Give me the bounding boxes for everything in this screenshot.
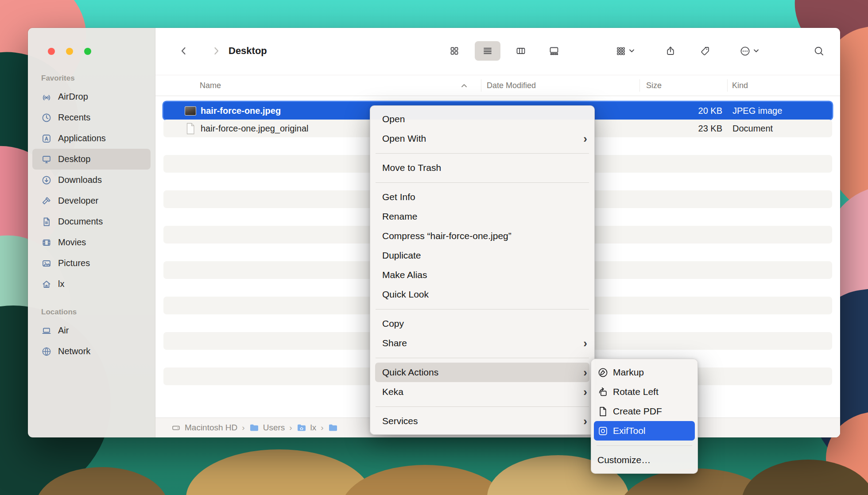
column-view-button[interactable] [508, 41, 534, 61]
menu-item-get-info[interactable]: Get Info [370, 187, 594, 207]
menu-item-open-with[interactable]: Open With› [370, 129, 594, 148]
path-item-users[interactable]: Users [249, 423, 285, 433]
sidebar-item-lx[interactable]: lx [32, 274, 151, 294]
folder-icon [249, 424, 259, 432]
toolbar: Desktop [155, 28, 840, 74]
path-item-macintosh-hd[interactable]: Macintosh HD [171, 423, 237, 433]
sidebar-item-label: Pictures [58, 258, 90, 268]
column-header-size[interactable]: Size [646, 75, 662, 96]
sidebar-section-title: Favorites [28, 74, 155, 86]
submenu-item-markup[interactable]: Markup [591, 363, 698, 382]
icon-view-button[interactable] [442, 41, 467, 61]
downloads-icon [41, 174, 52, 186]
share-button[interactable] [662, 41, 679, 61]
menu-item-compress[interactable]: Compress “hair-force-one.jpeg” [370, 226, 594, 246]
sidebar-item-airdrop[interactable]: AirDrop [32, 86, 151, 107]
menu-separator [376, 304, 589, 314]
column-label: Size [646, 81, 662, 90]
menu-separator [597, 441, 692, 450]
close-window-button[interactable] [48, 48, 55, 55]
submenu-item-rotate-left[interactable]: Rotate Left [591, 382, 698, 402]
menu-item-rename[interactable]: Rename [370, 207, 594, 226]
photo-icon [41, 258, 52, 269]
submenu-item-create-pdf[interactable]: Create PDF [591, 402, 698, 421]
menu-item-label: Rename [382, 211, 417, 222]
menu-item-label: Customize… [597, 455, 651, 465]
sidebar-item-air[interactable]: Air [32, 320, 151, 341]
group-by-button[interactable] [608, 41, 642, 61]
search-icon [814, 46, 824, 56]
markup-icon [597, 367, 608, 378]
zoom-window-button[interactable] [84, 48, 91, 55]
menu-item-label: Keka [382, 387, 403, 397]
path-item-label: Macintosh HD [185, 423, 237, 433]
minimize-window-button[interactable] [66, 48, 73, 55]
column-divider[interactable] [481, 79, 481, 92]
tag-icon [700, 46, 710, 56]
menu-item-label: Share [382, 338, 407, 348]
sidebar-item-documents[interactable]: Documents [32, 211, 151, 232]
submenu-item-customize[interactable]: Customize… [591, 450, 698, 470]
path-item-lx[interactable]: lx [297, 423, 317, 433]
path-item-label: Users [263, 423, 285, 433]
file-kind: Document [732, 124, 773, 134]
menu-item-label: ExifTool [613, 425, 646, 436]
submenu-item-exiftool[interactable]: ExifTool [594, 421, 695, 441]
sidebar-item-desktop[interactable]: Desktop [32, 149, 151, 170]
sidebar-item-pictures[interactable]: Pictures [32, 253, 151, 274]
chevron-down-icon [754, 49, 759, 53]
column-header-date-modified[interactable]: Date Modified [487, 75, 536, 96]
menu-item-services[interactable]: Services› [370, 411, 594, 431]
menu-separator [376, 402, 589, 411]
menu-item-label: Make Alias [382, 270, 427, 280]
gallery-view-button[interactable] [541, 41, 567, 61]
rotate-left-icon [597, 387, 608, 397]
submenu-arrow-icon: › [583, 415, 587, 427]
more-options-button[interactable] [733, 41, 764, 61]
path-item-partial[interactable] [328, 424, 338, 432]
column-view-icon [515, 46, 526, 56]
laptop-icon [41, 325, 52, 336]
menu-item-copy[interactable]: Copy [370, 314, 594, 333]
sidebar-item-downloads[interactable]: Downloads [32, 170, 151, 190]
submenu-arrow-icon: › [583, 337, 587, 349]
list-view-icon [482, 46, 493, 56]
column-header-kind[interactable]: Kind [732, 75, 748, 96]
document-icon [41, 216, 52, 228]
menu-item-make-alias[interactable]: Make Alias [370, 265, 594, 285]
submenu-arrow-icon: › [583, 133, 587, 144]
film-icon [41, 237, 52, 248]
sidebar-item-recents[interactable]: Recents [32, 107, 151, 128]
menu-item-share[interactable]: Share› [370, 333, 594, 353]
sidebar-item-label: Documents [58, 217, 103, 227]
column-divider[interactable] [639, 79, 640, 92]
sidebar-item-developer[interactable]: Developer [32, 190, 151, 211]
sidebar-item-label: Downloads [58, 175, 102, 185]
menu-item-quick-look[interactable]: Quick Look [370, 285, 594, 304]
sidebar-section-title: Locations [28, 308, 155, 320]
back-button[interactable] [175, 41, 193, 61]
menu-item-open[interactable]: Open [370, 109, 594, 129]
menu-separator [376, 148, 589, 158]
chevron-down-icon [629, 49, 634, 53]
forward-button[interactable] [207, 41, 225, 61]
sidebar-item-applications[interactable]: Applications [32, 128, 151, 149]
home-icon [41, 278, 52, 290]
list-view-button[interactable] [475, 41, 500, 61]
applications-icon [41, 133, 52, 144]
menu-item-quick-actions[interactable]: Quick Actions› [375, 363, 589, 382]
column-header-name[interactable]: Name [200, 75, 221, 96]
sidebar-item-network[interactable]: Network [32, 341, 151, 362]
airdrop-icon [41, 91, 52, 103]
column-divider[interactable] [727, 79, 728, 92]
menu-item-label: Services [382, 416, 418, 426]
globe-icon [41, 346, 52, 357]
menu-item-keka[interactable]: Keka› [370, 382, 594, 402]
sidebar-item-movies[interactable]: Movies [32, 232, 151, 253]
menu-item-duplicate[interactable]: Duplicate [370, 246, 594, 265]
tag-button[interactable] [696, 41, 714, 61]
search-button[interactable] [810, 41, 828, 61]
menu-item-move-to-trash[interactable]: Move to Trash [370, 158, 594, 178]
file-size: 23 KB [698, 124, 722, 134]
sort-ascending-icon [461, 75, 467, 96]
